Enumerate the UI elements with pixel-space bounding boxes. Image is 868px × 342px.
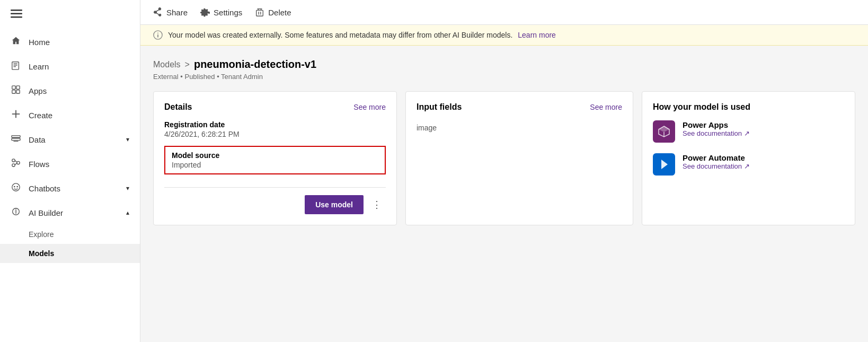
main-area: Share Settings Delete Your model was cre… (140, 0, 868, 342)
svg-point-16 (12, 159, 15, 162)
hamburger-icon (11, 10, 22, 18)
svg-point-21 (12, 183, 20, 191)
sidebar-sub-label: Models (29, 249, 54, 258)
svg-point-23 (16, 186, 18, 188)
content-area: Models > pneumonia-detection-v1 External… (140, 46, 868, 342)
input-fields-card: Input fields See more image (405, 91, 633, 225)
sidebar-item-apps[interactable]: Apps (0, 78, 140, 103)
svg-rect-8 (16, 86, 20, 89)
chevron-down-icon: ▾ (126, 136, 129, 143)
hamburger-menu[interactable] (0, 0, 140, 30)
svg-marker-37 (661, 160, 668, 169)
power-apps-doc-link[interactable]: See documentation ↗ (683, 129, 750, 137)
create-icon (11, 109, 21, 121)
input-fields-card-header: Input fields See more (417, 102, 622, 112)
input-fields-card-title: Input fields (417, 102, 462, 112)
svg-rect-0 (11, 10, 22, 11)
ai-builder-icon (11, 207, 21, 218)
sidebar-sub-label: Explore (29, 230, 54, 239)
power-automate-doc-link[interactable]: See documentation ↗ (683, 162, 750, 170)
share-icon (153, 7, 163, 17)
sidebar-item-create[interactable]: Create (0, 103, 140, 127)
sidebar-item-flows[interactable]: Flows (0, 152, 140, 176)
chatbots-icon (11, 182, 21, 194)
toolbar: Share Settings Delete (140, 0, 868, 25)
svg-rect-14 (12, 138, 20, 141)
how-used-card-header: How your model is used (653, 102, 844, 112)
sidebar-item-data[interactable]: Data ▾ (0, 127, 140, 152)
svg-rect-1 (11, 13, 22, 15)
registration-date-label: Registration date (164, 120, 386, 129)
apps-icon (11, 85, 21, 97)
sidebar-item-label: Apps (29, 86, 47, 95)
input-field-image: image (417, 120, 622, 135)
svg-point-22 (14, 186, 15, 188)
flows-icon (11, 158, 21, 170)
svg-rect-2 (11, 16, 22, 18)
sidebar-item-label: AI Builder (29, 208, 63, 217)
card-divider (164, 187, 386, 188)
power-apps-item: Power Apps See documentation ↗ (653, 120, 844, 143)
delete-label: Delete (268, 8, 291, 17)
power-automate-info: Power Automate See documentation ↗ (683, 153, 750, 170)
sidebar-item-label: Home (29, 38, 50, 47)
breadcrumb-current: pneumonia-detection-v1 (194, 58, 316, 71)
svg-point-33 (157, 33, 158, 34)
more-options-button[interactable]: ⋮ (368, 197, 386, 213)
power-apps-icon (653, 120, 675, 143)
model-source-box: Model source Imported (164, 146, 386, 174)
delete-button[interactable]: Delete (255, 7, 291, 17)
chevron-up-icon: ▴ (126, 209, 129, 216)
details-card-footer: Use model ⋮ (164, 195, 386, 214)
power-apps-name: Power Apps (683, 120, 750, 129)
svg-line-19 (15, 161, 17, 163)
power-automate-name: Power Automate (683, 153, 750, 162)
how-used-card: How your model is used Power Apps See do… (642, 91, 855, 225)
use-model-button[interactable]: Use model (305, 195, 364, 214)
sidebar-sub-item-models[interactable]: Models (0, 244, 140, 263)
breadcrumb-separator: > (185, 60, 190, 69)
details-see-more-link[interactable]: See more (353, 103, 386, 111)
settings-icon (200, 7, 210, 17)
sidebar-item-label: Data (29, 135, 46, 144)
info-icon (153, 30, 163, 40)
power-automate-icon (653, 153, 675, 176)
cards-row: Details See more Registration date 4/26/… (153, 91, 855, 225)
share-button[interactable]: Share (153, 7, 188, 17)
sidebar: Home Learn Apps Create Data ▾ Flows (0, 0, 140, 342)
svg-rect-25 (256, 10, 263, 16)
power-apps-info: Power Apps See documentation ↗ (683, 120, 750, 137)
sidebar-item-chatbots[interactable]: Chatbots ▾ (0, 176, 140, 200)
svg-point-18 (12, 164, 15, 166)
model-source-value: Imported (172, 161, 378, 169)
how-used-card-title: How your model is used (653, 102, 750, 112)
share-label: Share (166, 8, 188, 17)
details-card: Details See more Registration date 4/26/… (153, 91, 397, 225)
sidebar-item-ai-builder[interactable]: AI Builder ▴ (0, 200, 140, 225)
svg-rect-13 (12, 136, 20, 138)
details-card-title: Details (164, 102, 192, 112)
sidebar-item-label: Chatbots (29, 184, 60, 193)
svg-rect-10 (16, 90, 20, 93)
data-icon (11, 134, 21, 145)
breadcrumb-parent[interactable]: Models (153, 60, 181, 69)
svg-rect-3 (12, 62, 19, 69)
sidebar-item-learn[interactable]: Learn (0, 54, 140, 78)
banner-learn-more-link[interactable]: Learn more (518, 31, 556, 39)
settings-button[interactable]: Settings (200, 7, 242, 17)
svg-point-17 (17, 161, 20, 164)
home-icon (11, 36, 21, 48)
power-automate-item: Power Automate See documentation ↗ (653, 153, 844, 176)
sidebar-item-label: Flows (29, 160, 49, 169)
sidebar-sub-item-explore[interactable]: Explore (0, 225, 140, 244)
page-subtitle: External • Published • Tenant Admin (153, 73, 855, 81)
svg-rect-9 (12, 90, 15, 93)
details-card-header: Details See more (164, 102, 386, 112)
input-fields-see-more-link[interactable]: See more (590, 103, 622, 111)
breadcrumb: Models > pneumonia-detection-v1 (153, 58, 855, 71)
info-banner: Your model was created externally. Some … (140, 25, 868, 46)
sidebar-item-label: Learn (29, 62, 49, 71)
registration-date-value: 4/26/2021, 6:28:21 PM (164, 130, 386, 138)
sidebar-item-home[interactable]: Home (0, 30, 140, 54)
banner-text: Your model was created externally. Some … (168, 31, 512, 39)
